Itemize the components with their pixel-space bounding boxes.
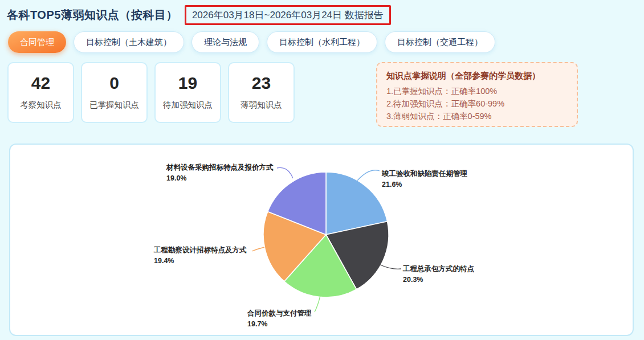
pie-label-percent: 21.6% — [382, 179, 467, 190]
mastery-note-title: 知识点掌握说明（全部参赛的学员数据） — [386, 71, 568, 81]
stat-card-needs-improvement: 19 待加强知识点 — [154, 62, 221, 123]
mastery-note-line-weak: 3.薄弱知识点：正确率0-59% — [386, 110, 568, 123]
leader-line-2 — [315, 296, 320, 312]
stat-card-mastered: 0 已掌握知识点 — [81, 62, 148, 123]
stat-card-weak: 23 薄弱知识点 — [228, 62, 295, 123]
date-report-box: 2026年03月18日~2026年03月24日 数据报告 — [185, 5, 391, 25]
pie-label-percent: 20.3% — [403, 275, 474, 285]
stat-label: 考察知识点 — [9, 100, 73, 110]
pie-chart-svg — [10, 145, 633, 335]
stat-value: 19 — [156, 73, 220, 93]
mastery-note-line-improve: 2.待加强知识点：正确率60-99% — [386, 98, 568, 110]
stat-value: 0 — [82, 73, 146, 93]
pie-label-percent: 19.0% — [166, 173, 274, 184]
pie-label-name: 材料设备采购招标特点及报价方式 — [166, 162, 274, 173]
leader-line-3 — [252, 247, 264, 251]
pie-label-name: 竣工验收和缺陷责任期管理 — [382, 169, 467, 179]
pie-label-percent: 19.4% — [154, 256, 247, 267]
stats-row: 42 考察知识点 0 已掌握知识点 19 待加强知识点 23 薄弱知识点 知识点… — [0, 62, 644, 127]
leader-line-0 — [357, 170, 380, 181]
stat-value: 23 — [229, 73, 294, 93]
pie-label-3: 工程勘察设计招标特点及方式 19.4% — [154, 245, 247, 267]
pie-label-1: 工程总承包方式的特点 20.3% — [403, 264, 474, 286]
stat-label: 薄弱知识点 — [229, 100, 294, 110]
subject-tabs: 合同管理 目标控制（土木建筑） 理论与法规 目标控制（水利工程） 目标控制（交通… — [8, 31, 644, 53]
tab-theory-and-regulations[interactable]: 理论与法规 — [191, 31, 259, 53]
pie-label-percent: 19.7% — [247, 319, 312, 330]
pie-chart-card: 竣工验收和缺陷责任期管理 21.6% 工程总承包方式的特点 20.3% 合同价款… — [9, 144, 634, 336]
mastery-note-line-mastered: 1.已掌握知识点：正确率100% — [386, 85, 568, 98]
pie-label-0: 竣工验收和缺陷责任期管理 21.6% — [382, 169, 467, 191]
page-title: 各科TOP5薄弱知识点（按科目） — [7, 7, 178, 23]
date-report-text: 2026年03月18日~2026年03月24日 数据报告 — [192, 10, 384, 21]
tab-contract-management[interactable]: 合同管理 — [8, 31, 66, 53]
pie-label-2: 合同价款与支付管理 19.7% — [247, 308, 312, 330]
pie-label-name: 工程勘察设计招标特点及方式 — [154, 245, 247, 256]
tab-target-control-water[interactable]: 目标控制（水利工程） — [267, 31, 377, 53]
tab-target-control-civil[interactable]: 目标控制（土木建筑） — [74, 31, 184, 53]
leader-line-1 — [380, 265, 401, 269]
stat-card-examined: 42 考察知识点 — [7, 62, 74, 123]
mastery-note-box: 知识点掌握说明（全部参赛的学员数据） 1.已掌握知识点：正确率100% 2.待加… — [376, 62, 578, 127]
stat-label: 已掌握知识点 — [82, 100, 146, 110]
stat-value: 42 — [9, 73, 73, 93]
tab-target-control-transport[interactable]: 目标控制（交通工程） — [385, 31, 495, 53]
stat-cards: 42 考察知识点 0 已掌握知识点 19 待加强知识点 23 薄弱知识点 — [7, 62, 295, 123]
stat-label: 待加强知识点 — [156, 100, 220, 110]
pie-label-4: 材料设备采购招标特点及报价方式 19.0% — [166, 162, 274, 185]
header: 各科TOP5薄弱知识点（按科目） 2026年03月18日~2026年03月24日… — [0, 0, 644, 24]
pie-label-name: 合同价款与支付管理 — [247, 308, 312, 319]
pie-label-name: 工程总承包方式的特点 — [403, 264, 474, 275]
leader-line-4 — [277, 167, 293, 178]
